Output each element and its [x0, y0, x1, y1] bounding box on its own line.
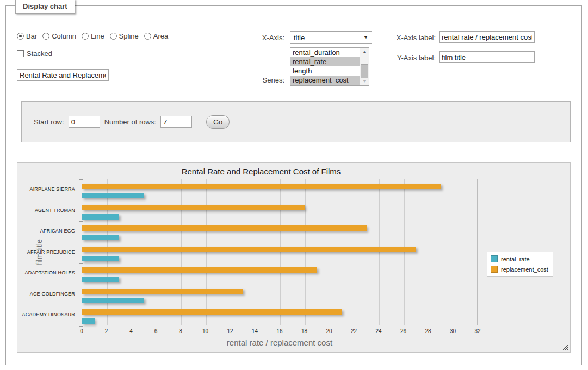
y-axis-label-input[interactable] — [439, 51, 535, 63]
series-option-replacement_cost[interactable]: replacement_cost — [290, 76, 360, 85]
x-tick-label: 4 — [122, 328, 140, 334]
legend-item-replacement_cost: replacement_cost — [491, 266, 548, 273]
category-tick — [79, 305, 83, 305]
radio-label: Bar — [26, 32, 37, 40]
x-axis-label-input[interactable] — [439, 31, 535, 43]
category-tick — [79, 179, 83, 180]
category-label: ACADEMY DINOSAUR — [17, 312, 75, 317]
category-tick — [79, 242, 83, 242]
x-tick-label: 12 — [221, 328, 239, 334]
radio-label: Column — [52, 32, 76, 40]
gridline — [181, 179, 182, 325]
y-axis-label-field-label: Y-Axis label: — [354, 54, 436, 62]
radio-label: Area — [153, 32, 168, 40]
gridline — [231, 179, 231, 325]
gridline — [256, 179, 256, 325]
gridline — [330, 179, 330, 325]
num-rows-input[interactable] — [160, 116, 192, 128]
resize-handle-icon[interactable] — [562, 344, 568, 350]
bar-replacement_cost — [82, 184, 441, 189]
gridline — [379, 179, 380, 325]
x-tick-label: 14 — [246, 328, 264, 334]
gridline — [355, 179, 355, 325]
legend-label: rental_rate — [501, 256, 530, 262]
bar-rental_rate — [82, 256, 119, 261]
x-tick-label: 30 — [444, 328, 462, 334]
x-tick-label: 28 — [419, 328, 437, 334]
scrollbar-thumb[interactable] — [361, 64, 368, 78]
x-tick-label: 8 — [171, 328, 190, 334]
series-option-rental_rate[interactable]: rental_rate — [290, 57, 360, 66]
category-label: AGENT TRUMAN — [17, 208, 75, 213]
x-tick-label: 16 — [270, 328, 289, 334]
category-tick — [79, 221, 83, 222]
x-tick-label: 18 — [295, 328, 314, 334]
radio-option-line[interactable]: Line — [82, 32, 104, 40]
bar-replacement_cost — [82, 267, 317, 273]
gridline — [404, 179, 405, 325]
x-axis-label: X-Axis: — [230, 34, 284, 42]
series-listbox[interactable]: rental_durationrental_ratelengthreplacem… — [290, 47, 369, 86]
bar-rental_rate — [82, 235, 119, 240]
bar-replacement_cost — [82, 289, 243, 294]
category-label: AFRICAN EGG — [17, 228, 75, 234]
chart-legend: rental_ratereplacement_cost — [487, 252, 553, 277]
series-option-rental_duration[interactable]: rental_duration — [290, 48, 360, 57]
bar-rental_rate — [82, 298, 144, 303]
category-tick — [79, 284, 83, 284]
x-tick-label: 6 — [147, 328, 165, 334]
bar-rental_rate — [82, 214, 119, 220]
x-tick-label: 0 — [72, 328, 91, 334]
category-label: ADAPTATION HOLES — [17, 270, 75, 275]
category-label: AFFAIR PREJUDICE — [17, 249, 75, 255]
plot-area — [82, 179, 478, 325]
series-options: rental_durationrental_ratelengthreplacem… — [290, 48, 360, 85]
radio-circle[interactable] — [144, 33, 151, 40]
bar-replacement_cost — [82, 247, 416, 252]
gridline — [157, 179, 157, 325]
x-axis-selected-value: title — [294, 34, 305, 42]
radio-label: Line — [91, 32, 104, 40]
chart-title-input[interactable] — [17, 69, 109, 81]
gridline — [305, 179, 306, 325]
rows-panel: Start row: Number of rows: Go — [21, 101, 571, 142]
gridline — [206, 179, 207, 325]
radio-option-area[interactable]: Area — [144, 32, 168, 40]
x-tick-label: 26 — [394, 328, 413, 334]
scroll-down-icon[interactable]: ▼ — [360, 77, 369, 85]
series-label: Series: — [230, 76, 284, 84]
radio-circle[interactable] — [42, 33, 49, 40]
display-chart-fieldset: Display chart BarColumnLineSplineArea St… — [5, 5, 582, 365]
bar-replacement_cost — [82, 309, 342, 315]
gridline — [280, 179, 281, 325]
bar-replacement_cost — [82, 205, 305, 210]
series-option-length[interactable]: length — [290, 66, 360, 76]
x-tick-label: 20 — [320, 328, 338, 334]
chart-type-radios: BarColumnLineSplineArea — [17, 32, 168, 40]
gridline — [454, 179, 454, 325]
stacked-option[interactable]: Stacked — [17, 49, 52, 58]
radio-option-bar[interactable]: Bar — [17, 32, 37, 40]
chart-x-axis-title: rental rate / replacement cost — [82, 338, 478, 347]
x-tick-label: 32 — [468, 328, 487, 334]
category-label: ACE GOLDFINGER — [17, 291, 75, 297]
x-tick-label: 22 — [345, 328, 363, 334]
stacked-label: Stacked — [27, 49, 52, 58]
start-row-input[interactable] — [69, 116, 100, 128]
radio-circle[interactable] — [17, 33, 24, 40]
category-tick — [79, 263, 83, 264]
radio-circle[interactable] — [110, 33, 117, 40]
category-tick — [79, 200, 83, 200]
x-axis-label-field-label: X-Axis label: — [354, 34, 436, 42]
num-rows-label: Number of rows: — [104, 118, 156, 126]
bar-rental_rate — [82, 277, 119, 282]
legend-label: replacement_cost — [501, 266, 548, 273]
go-button[interactable]: Go — [206, 115, 230, 129]
radio-label: Spline — [119, 32, 139, 40]
radio-option-column[interactable]: Column — [42, 32, 76, 40]
radio-circle[interactable] — [82, 33, 89, 40]
stacked-checkbox[interactable] — [17, 50, 24, 57]
legend-swatch — [491, 266, 498, 273]
legend-swatch — [491, 255, 498, 262]
radio-option-spline[interactable]: Spline — [110, 32, 139, 40]
